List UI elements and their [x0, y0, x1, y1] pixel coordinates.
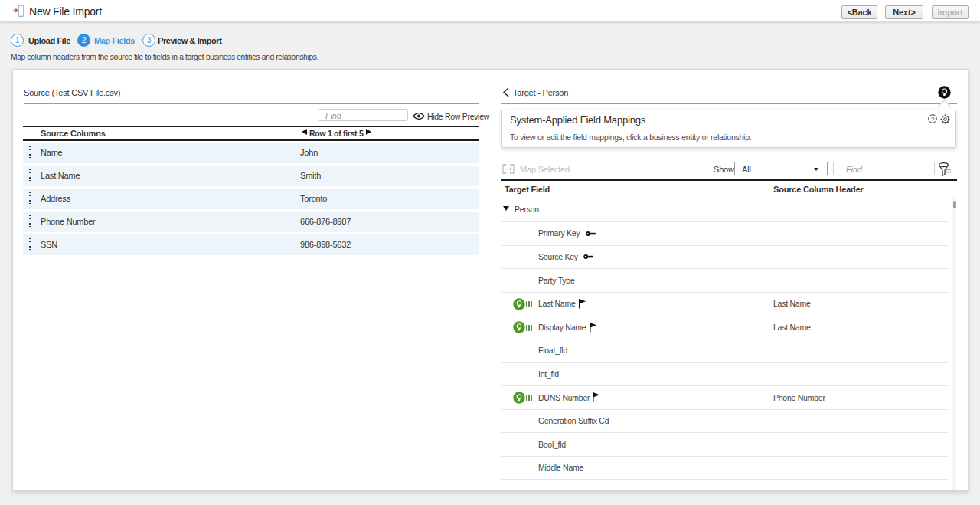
svg-text:?: ? — [931, 116, 935, 123]
